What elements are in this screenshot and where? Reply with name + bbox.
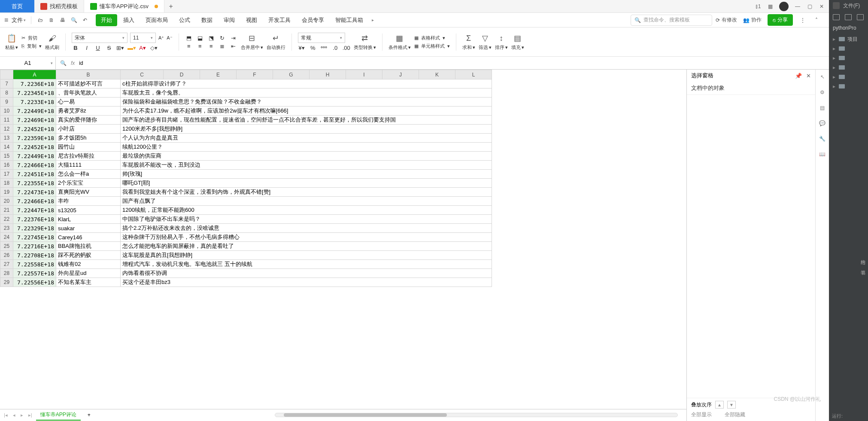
table-row[interactable]: 287.22557E+18外向星星ud内饰看着很不协调 <box>0 269 492 278</box>
select-all-corner[interactable] <box>0 70 13 79</box>
row-header[interactable]: 26 <box>0 251 13 260</box>
maximize-icon[interactable]: ▢ <box>807 3 813 9</box>
col-header-G[interactable]: G <box>273 70 310 79</box>
table-row[interactable]: 237.22329E+18suakar搞个2.2万补贴还改来改去的，没啥诚意 <box>0 224 492 233</box>
formula-content[interactable]: id <box>79 60 83 66</box>
row-header[interactable]: 29 <box>0 278 13 287</box>
col-header-B[interactable]: B <box>56 70 121 79</box>
align-bottom-icon[interactable]: ⬔ <box>207 35 215 41</box>
pin-icon[interactable]: 📌 <box>795 73 802 79</box>
cell-style-button[interactable]: ▦ 单元格样式▾ <box>414 43 450 49</box>
table-row[interactable]: 277.22558E+18钱难有02增程式汽车，发动机只发电。车电池就三 五十的… <box>0 260 492 269</box>
preview-icon[interactable]: 🔍 <box>70 16 78 24</box>
horizontal-scrollbar[interactable] <box>275 413 678 417</box>
col-header-C[interactable]: C <box>121 70 164 79</box>
ide-open-icon[interactable] <box>833 14 840 20</box>
row-header[interactable]: 20 <box>0 197 13 206</box>
increase-font-icon[interactable]: A⁺ <box>158 35 164 41</box>
underline-button[interactable]: U <box>94 45 102 51</box>
bold-button[interactable]: B <box>72 45 79 51</box>
row-header[interactable]: 27 <box>0 260 13 269</box>
table-style-button[interactable]: ▦ 表格样式▾ <box>414 35 450 41</box>
currency-icon[interactable]: ¥▾ <box>298 45 306 51</box>
col-header-E[interactable]: E <box>200 70 237 79</box>
ide-app-icon[interactable] <box>833 2 840 9</box>
layout-icon[interactable]: ⫿1 <box>755 3 761 9</box>
chat-icon[interactable]: 💬 <box>819 119 826 127</box>
percent-icon[interactable]: % <box>309 45 317 51</box>
font-color-button[interactable]: A▾ <box>139 45 146 51</box>
col-header-K[interactable]: K <box>419 70 455 79</box>
changes-indicator[interactable]: ⟳ 有修改 <box>716 16 737 24</box>
ide-bookmarks-tab[interactable]: 书签 <box>859 264 867 269</box>
distribute-icon[interactable]: ≣ <box>219 43 226 49</box>
ribbon-tab-5[interactable]: 审阅 <box>219 14 240 26</box>
row-header[interactable]: 8 <box>0 88 13 98</box>
chevron-icon[interactable]: ▸ <box>833 83 836 89</box>
ide-save-icon[interactable] <box>845 14 852 20</box>
fill-color-button[interactable]: ▬▾ <box>127 45 135 51</box>
ribbon-tab-6[interactable]: 视图 <box>241 14 262 26</box>
table-row[interactable]: 207.22466E+18丰咋国产有点飘了 <box>0 197 492 206</box>
table-row[interactable]: 77.2236E+18不可描述妙不可言c柱开始就得罪设计师了？ <box>0 79 492 88</box>
border-button[interactable]: ⊞▾ <box>116 45 124 51</box>
sheet-next-icon[interactable]: ▸ <box>19 412 24 418</box>
sheet-prev-icon[interactable]: ◂ <box>12 412 17 418</box>
orientation-icon[interactable]: ↻ <box>219 35 226 41</box>
file-menu[interactable]: 文件▾ <box>12 16 26 24</box>
sum-button[interactable]: Σ求和▾ <box>462 33 475 51</box>
align-middle-icon[interactable]: ⬓ <box>196 35 204 41</box>
ribbon-tab-0[interactable]: 开始 <box>96 14 117 26</box>
minimize-icon[interactable]: — <box>795 3 801 9</box>
conditional-format-button[interactable]: ▦条件格式▾ <box>388 33 411 51</box>
sort-button[interactable]: ↕排序▾ <box>495 33 508 51</box>
spreadsheet-grid[interactable]: ABCDEFGHIJKL 77.2236E+18不可描述妙不可言c柱开始就得罪设… <box>0 70 492 287</box>
table-row[interactable]: 87.22345E+18、昔年执笔故人车屁股太丑，像个兔唇。 <box>0 88 492 98</box>
paste-button[interactable]: 📋粘贴▾ <box>5 33 18 51</box>
table-row[interactable]: 187.22355E+182个乐宝宝哪吒GT[耶] <box>0 179 492 188</box>
close-icon[interactable]: ✕ <box>819 3 825 9</box>
ide-file-menu[interactable]: 文件(F) <box>843 2 860 9</box>
decrease-decimal-icon[interactable]: .00 <box>343 45 350 51</box>
sheet-first-icon[interactable]: |◂ <box>3 412 9 418</box>
ribbon-tab-7[interactable]: 开发工具 <box>263 14 296 26</box>
col-header-F[interactable]: F <box>237 70 273 79</box>
col-header-H[interactable]: H <box>310 70 346 79</box>
ribbon-tab-1[interactable]: 插入 <box>118 14 140 26</box>
collab-button[interactable]: 👥 协作 <box>743 16 762 24</box>
table-row[interactable]: 227.22376E+18KlarL中国除了电驴做不出车来是吗？ <box>0 215 492 224</box>
align-right-icon[interactable]: ≡ <box>207 43 215 49</box>
col-header-A[interactable]: A <box>13 70 56 79</box>
ide-refresh-icon[interactable] <box>857 14 864 20</box>
tab-file[interactable]: 懂车帝APP评论.csv <box>84 0 164 12</box>
table-row[interactable]: 257.22716E+18BBA牌拖拉机怎么才能把电车的新闻屏蔽掉，真的是看吐了 <box>0 242 492 251</box>
table-row[interactable]: 117.22469E+18真实的爱伴随你国产车的进步有目共睹，现在性能配置，提速… <box>0 116 492 125</box>
settings-icon[interactable]: ⚙ <box>819 88 826 96</box>
ribbon-tab-4[interactable]: 数据 <box>196 14 218 26</box>
table-row[interactable]: 177.22451E+18怎么会一样a帅[玫瑰] <box>0 170 492 179</box>
copy-button[interactable]: ⎘ 复制▾ <box>21 43 42 49</box>
chevron-icon[interactable]: ▸ <box>833 74 836 80</box>
row-header[interactable]: 11 <box>0 116 13 125</box>
font-name-select[interactable]: 宋体▾ <box>72 33 127 43</box>
row-header[interactable]: 17 <box>0 170 13 179</box>
more-tabs-icon[interactable]: ▸ <box>372 18 374 22</box>
hamburger-icon[interactable]: ≡ <box>4 16 8 24</box>
book-icon[interactable]: 📖 <box>819 150 826 158</box>
apps-icon[interactable]: ▦ <box>767 3 773 9</box>
chevron-icon[interactable]: ▸ <box>833 46 836 52</box>
table-row[interactable]: 217.22447E+18s132051200续航，正常能不能跑600 <box>0 206 492 215</box>
col-header-I[interactable]: I <box>346 70 382 79</box>
italic-button[interactable]: I <box>83 45 91 51</box>
row-header[interactable]: 15 <box>0 152 13 161</box>
print-icon[interactable]: 🖶 <box>59 16 67 24</box>
row-header[interactable]: 22 <box>0 215 13 224</box>
row-header[interactable]: 28 <box>0 269 13 278</box>
new-tab-button[interactable]: + <box>164 3 177 10</box>
col-header-L[interactable]: L <box>455 70 492 79</box>
thousand-sep-icon[interactable]: ᵒᵒᵒ <box>320 45 328 51</box>
row-header[interactable]: 24 <box>0 233 13 242</box>
table-row[interactable]: 297.22556E+18不知名某车主买这个还是丰田bz3 <box>0 278 492 287</box>
align-top-icon[interactable]: ⬒ <box>185 35 193 41</box>
table-row[interactable]: 127.22452E+18小叶店1200米差不多[我想静静] <box>0 125 492 134</box>
